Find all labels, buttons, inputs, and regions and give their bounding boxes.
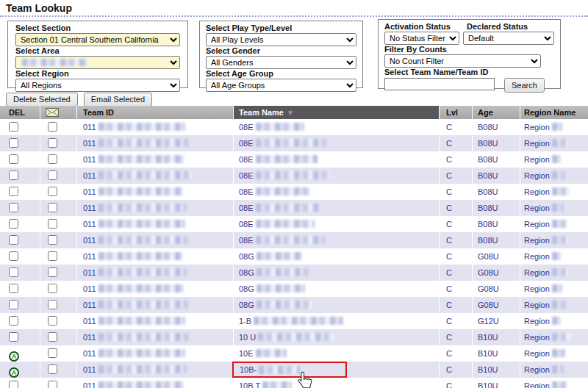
- search-button[interactable]: Search: [504, 78, 545, 93]
- delete-checkbox[interactable]: [9, 300, 18, 309]
- level-value: C: [446, 349, 452, 358]
- redacted-team-id: [98, 349, 185, 357]
- team-name-link[interactable]: 1-B: [239, 317, 251, 326]
- team-name-link[interactable]: 08E: [239, 220, 254, 229]
- team-id-link[interactable]: 011: [83, 317, 96, 326]
- region-value: Region: [524, 317, 550, 326]
- team-id-link[interactable]: 011: [83, 252, 96, 261]
- team-name-link[interactable]: 08G: [239, 284, 254, 293]
- table-row: 01110 UCB10URegion: [0, 329, 588, 345]
- email-checkbox[interactable]: [48, 154, 57, 164]
- email-checkbox[interactable]: [48, 267, 57, 277]
- delete-checkbox[interactable]: [9, 187, 18, 196]
- play-level-select[interactable]: All Play Levels: [206, 33, 356, 46]
- email-checkbox[interactable]: [48, 251, 57, 261]
- delete-checkbox[interactable]: [9, 332, 18, 342]
- gender-select[interactable]: All Genders: [206, 56, 356, 69]
- del-cell: [0, 313, 40, 329]
- section-select[interactable]: Section 01 Central Southern California: [15, 33, 180, 46]
- declared-status-select[interactable]: Default: [463, 32, 554, 45]
- header-team-name[interactable]: Team Name▼: [234, 106, 440, 119]
- delete-checkbox[interactable]: [9, 267, 18, 277]
- team-id-link[interactable]: 011: [83, 284, 96, 293]
- activation-status-select[interactable]: No Status Filter: [384, 32, 459, 45]
- filter-by-counts-label: Filter By Counts: [384, 45, 554, 54]
- delete-checkbox[interactable]: [9, 251, 18, 261]
- team-name-link[interactable]: 08E: [239, 123, 254, 132]
- email-checkbox[interactable]: [48, 187, 57, 196]
- team-id-link[interactable]: 011: [83, 333, 96, 342]
- redacted-team-name: [257, 284, 305, 292]
- email-checkbox[interactable]: [48, 170, 57, 180]
- email-checkbox[interactable]: [48, 203, 57, 212]
- region-select[interactable]: All Regions: [15, 79, 180, 92]
- team-name-link[interactable]: 08G: [239, 268, 254, 277]
- email-selected-button[interactable]: Email Selected: [84, 93, 152, 107]
- email-checkbox[interactable]: [48, 122, 57, 132]
- email-checkbox[interactable]: [48, 348, 57, 358]
- team-name-link[interactable]: 08E: [239, 236, 254, 245]
- team-id-cell: 011: [77, 135, 234, 151]
- table-row: 01108ECB08URegion: [0, 184, 588, 200]
- email-checkbox[interactable]: [48, 381, 57, 388]
- team-name-link[interactable]: 10B-: [240, 362, 257, 378]
- team-id-link[interactable]: 011: [83, 171, 96, 180]
- team-name-link[interactable]: 10E: [239, 349, 254, 358]
- email-cell: [40, 313, 77, 329]
- email-checkbox[interactable]: [48, 332, 57, 342]
- team-name-link[interactable]: 08E: [239, 139, 254, 148]
- delete-checkbox[interactable]: [9, 381, 18, 388]
- email-checkbox[interactable]: [48, 235, 57, 245]
- delete-checkbox[interactable]: [9, 219, 18, 229]
- team-id-link[interactable]: 011: [83, 236, 96, 245]
- team-name-link[interactable]: 08E: [239, 204, 254, 212]
- age-group-select[interactable]: All Age Groups: [206, 79, 356, 92]
- delete-checkbox[interactable]: [9, 154, 18, 164]
- email-checkbox[interactable]: [48, 316, 57, 326]
- team-id-link[interactable]: 011: [83, 220, 96, 229]
- region-cell: Region: [520, 135, 588, 151]
- delete-selected-button[interactable]: Delete Selected: [6, 93, 78, 107]
- email-checkbox[interactable]: [48, 300, 57, 309]
- email-checkbox[interactable]: [48, 219, 57, 229]
- table-row: A01110B-CB10URegion: [0, 362, 588, 378]
- team-id-link[interactable]: 011: [83, 139, 96, 148]
- redacted-region: [552, 187, 570, 195]
- team-name-link[interactable]: 08G: [239, 252, 254, 261]
- team-name-link[interactable]: 10B T: [239, 381, 260, 388]
- delete-checkbox[interactable]: [9, 284, 18, 293]
- age-value: B10U: [478, 333, 498, 342]
- email-checkbox[interactable]: [48, 284, 57, 293]
- delete-checkbox[interactable]: [9, 170, 18, 180]
- team-name-link[interactable]: 08E: [239, 187, 254, 196]
- team-id-link[interactable]: 011: [83, 123, 96, 132]
- level-cell: C: [440, 232, 473, 248]
- team-name-link[interactable]: 08E: [239, 171, 254, 180]
- title-divider: [0, 15, 588, 17]
- team-name-link[interactable]: 08E: [239, 155, 254, 164]
- team-name-link[interactable]: 10 U: [239, 333, 256, 342]
- delete-checkbox[interactable]: [9, 203, 18, 212]
- team-search-input[interactable]: [384, 78, 495, 90]
- email-checkbox[interactable]: [48, 364, 57, 374]
- team-name-link[interactable]: 08G: [239, 301, 254, 309]
- email-checkbox[interactable]: [48, 138, 57, 148]
- filter-by-counts-select[interactable]: No Count Filter: [384, 54, 541, 68]
- sort-desc-icon: ▼: [287, 109, 294, 117]
- team-id-link[interactable]: 011: [83, 155, 96, 164]
- team-id-link[interactable]: 011: [83, 365, 96, 374]
- delete-checkbox[interactable]: [9, 138, 18, 148]
- team-id-link[interactable]: 011: [83, 204, 96, 212]
- team-name-cell: 08E: [234, 119, 440, 135]
- delete-checkbox[interactable]: [9, 316, 18, 326]
- team-id-link[interactable]: 011: [83, 301, 96, 309]
- team-id-link[interactable]: 011: [83, 381, 96, 388]
- team-id-link[interactable]: 011: [83, 268, 96, 277]
- team-id-link[interactable]: 011: [83, 349, 96, 358]
- team-id-link[interactable]: 011: [83, 187, 96, 196]
- delete-checkbox[interactable]: [9, 122, 18, 132]
- envelope-icon: [46, 108, 59, 117]
- delete-checkbox[interactable]: [9, 235, 18, 245]
- redacted-team-name: [254, 317, 343, 325]
- region-value: Region: [524, 220, 550, 229]
